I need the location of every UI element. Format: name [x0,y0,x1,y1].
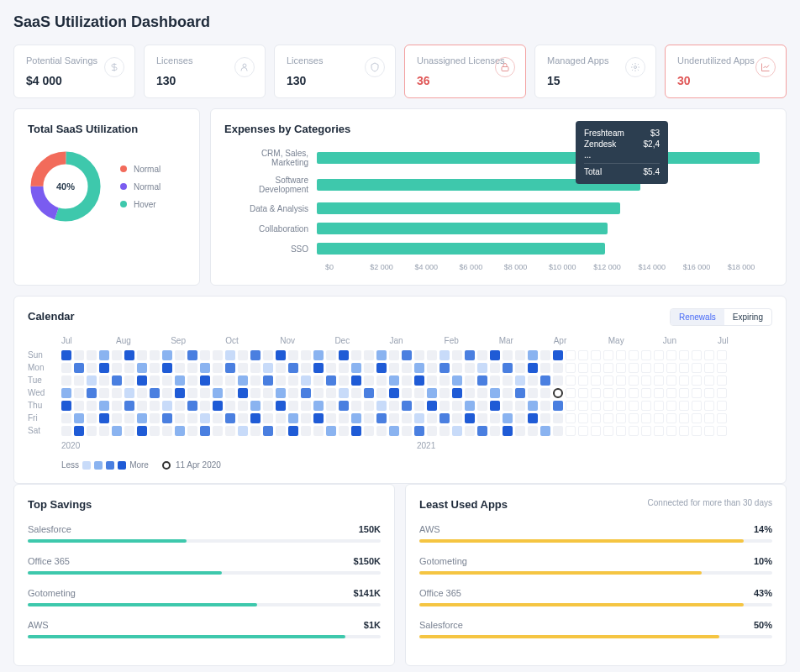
calendar-cell[interactable] [402,375,412,386]
calendar-cell[interactable] [250,350,261,360]
calendar-cell[interactable] [87,388,97,398]
calendar-cell[interactable] [74,401,84,411]
calendar-cell[interactable] [200,413,210,423]
calendar-cell[interactable] [515,363,525,373]
calendar-cell[interactable] [351,401,361,411]
progress-row[interactable]: AWS$1K [28,620,381,638]
calendar-cell[interactable] [263,350,273,360]
calendar-cell[interactable] [187,413,197,423]
calendar-cell[interactable] [351,388,361,398]
calendar-cell[interactable] [452,413,462,423]
calendar-cell[interactable] [137,388,147,398]
calendar-cell[interactable] [553,388,563,398]
calendar-cell[interactable] [477,388,487,398]
calendar-cell[interactable] [679,388,689,398]
calendar-cell[interactable] [213,375,223,386]
bar-track[interactable] [317,202,772,214]
calendar-cell[interactable] [200,363,210,373]
calendar-cell[interactable] [288,401,298,411]
calendar-cell[interactable] [250,375,261,386]
calendar-cell[interactable] [692,350,702,360]
kpi-card[interactable]: Licenses 130 [144,45,266,98]
calendar-cell[interactable] [666,350,676,360]
calendar-cell[interactable] [578,401,588,411]
calendar-cell[interactable] [402,426,412,436]
calendar-cell[interactable] [629,401,639,411]
calendar-cell[interactable] [326,401,336,411]
calendar-cell[interactable] [603,363,613,373]
calendar-cell[interactable] [288,388,298,398]
calendar-cell[interactable] [339,388,349,398]
calendar-cell[interactable] [692,426,702,436]
calendar-cell[interactable] [616,350,626,360]
calendar-cell[interactable] [187,388,197,398]
calendar-cell[interactable] [200,401,210,411]
calendar-cell[interactable] [225,413,235,423]
calendar-cell[interactable] [540,363,550,373]
calendar-cell[interactable] [629,350,639,360]
calendar-cell[interactable] [641,388,651,398]
calendar-cell[interactable] [263,426,273,436]
calendar-cell[interactable] [427,350,437,360]
calendar-cell[interactable] [654,375,664,386]
calendar-cell[interactable] [566,388,576,398]
calendar-cell[interactable] [616,388,626,398]
calendar-cell[interactable] [326,375,336,386]
progress-row[interactable]: Salesforce150K [28,524,381,543]
calendar-cell[interactable] [313,401,324,411]
calendar-cell[interactable] [452,401,462,411]
calendar-cell[interactable] [477,375,487,386]
calendar-cell[interactable] [465,350,475,360]
calendar-cell[interactable] [439,426,450,436]
tab-expiring[interactable]: Expiring [724,309,771,325]
calendar-cell[interactable] [313,350,324,360]
calendar-cell[interactable] [238,350,248,360]
calendar-cell[interactable] [477,401,487,411]
calendar-cell[interactable] [263,401,273,411]
kpi-card[interactable]: Unassigned Licenses 36 [404,45,526,98]
calendar-cell[interactable] [389,350,399,360]
calendar-cell[interactable] [99,363,109,373]
calendar-cell[interactable] [704,363,714,373]
calendar-cell[interactable] [238,375,248,386]
calendar-cell[interactable] [578,350,588,360]
calendar-cell[interactable] [364,426,374,436]
calendar-cell[interactable] [528,350,538,360]
calendar-cell[interactable] [490,350,500,360]
calendar-cell[interactable] [162,350,172,360]
calendar-cell[interactable] [339,413,349,423]
calendar-cell[interactable] [87,401,97,411]
calendar-cell[interactable] [490,363,500,373]
calendar-cell[interactable] [137,413,147,423]
calendar-cell[interactable] [225,401,235,411]
calendar-cell[interactable] [641,350,651,360]
calendar-cell[interactable] [200,350,210,360]
calendar-cell[interactable] [364,413,374,423]
calendar-cell[interactable] [87,375,97,386]
calendar-cell[interactable] [503,350,513,360]
calendar-cell[interactable] [679,413,689,423]
calendar-cell[interactable] [566,413,576,423]
calendar-cell[interactable] [553,350,563,360]
calendar-cell[interactable] [503,426,513,436]
calendar-cell[interactable] [666,363,676,373]
calendar-cell[interactable] [301,426,311,436]
calendar-cell[interactable] [427,413,437,423]
calendar-cell[interactable] [692,401,702,411]
calendar-cell[interactable] [402,350,412,360]
calendar-cell[interactable] [591,401,601,411]
kpi-card[interactable]: Underutilized Apps 30 [665,45,787,98]
calendar-cell[interactable] [439,363,450,373]
calendar-cell[interactable] [276,363,286,373]
calendar-cell[interactable] [591,426,601,436]
kpi-card[interactable]: Potential Savings $4 000 [13,45,135,98]
calendar-cell[interactable] [528,363,538,373]
calendar-cell[interactable] [137,375,147,386]
calendar-cell[interactable] [389,413,399,423]
calendar-cell[interactable] [578,388,588,398]
calendar-cell[interactable] [616,413,626,423]
calendar-cell[interactable] [666,426,676,436]
progress-row[interactable]: Salesforce50% [419,620,772,638]
calendar-cell[interactable] [641,375,651,386]
calendar-cell[interactable] [124,401,134,411]
